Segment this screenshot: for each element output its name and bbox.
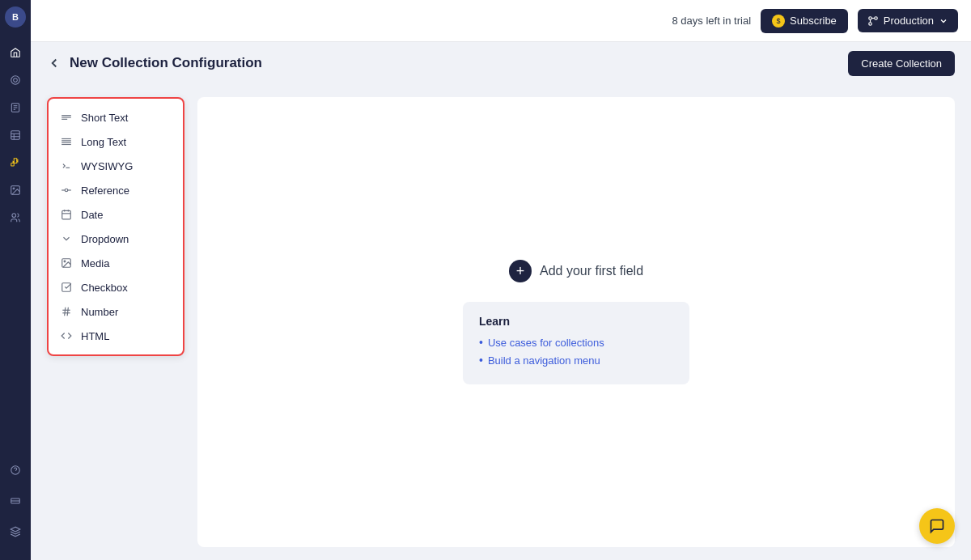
svg-line-44 [65, 308, 66, 316]
date-label: Date [81, 209, 103, 221]
sidebar-item-stack[interactable] [3, 520, 28, 544]
field-type-media[interactable]: Media [49, 251, 183, 275]
svg-point-20 [875, 16, 878, 19]
sidebar-item-table[interactable] [3, 123, 28, 147]
subscribe-button[interactable]: $ Subscribe [761, 9, 848, 33]
learn-card-title: Learn [479, 315, 673, 328]
checkbox-label: Checkbox [81, 282, 128, 294]
avatar-initials: B [12, 12, 19, 22]
svg-point-12 [13, 188, 15, 189]
wysiwyg-label: WYSIWYG [81, 160, 133, 172]
svg-marker-18 [11, 527, 20, 532]
chevron-down-icon [939, 16, 948, 26]
svg-point-14 [11, 466, 20, 475]
svg-point-1 [14, 78, 18, 83]
svg-rect-6 [11, 131, 20, 140]
sidebar-item-users[interactable] [3, 206, 28, 230]
back-button[interactable] [47, 56, 61, 70]
trial-days: 8 [672, 15, 677, 27]
reference-label: Reference [81, 185, 129, 197]
checkbox-icon [60, 281, 73, 294]
production-button[interactable]: Production [858, 9, 958, 32]
svg-point-13 [12, 214, 16, 218]
learn-link-navigation[interactable]: Build a navigation menu [479, 354, 673, 367]
chat-icon [929, 518, 945, 534]
sidebar-item-docs[interactable] [3, 95, 28, 120]
svg-rect-41 [62, 283, 71, 292]
field-type-long-text[interactable]: Long Text [49, 129, 183, 154]
back-icon [47, 56, 61, 70]
dropdown-label: Dropdown [81, 233, 129, 245]
field-type-reference[interactable]: Reference [49, 178, 183, 202]
trial-text: 8 days left in trial [672, 15, 751, 27]
create-collection-button[interactable]: Create Collection [848, 51, 955, 76]
svg-rect-35 [62, 210, 71, 219]
coin-icon: $ [772, 15, 785, 28]
wysiwyg-icon [60, 159, 73, 172]
main-content: 8 days left in trial $ Subscribe Product… [31, 0, 971, 560]
trial-suffix: days left in trial [681, 15, 751, 27]
field-type-date[interactable]: Date [49, 202, 183, 227]
short-text-label: Short Text [81, 112, 128, 124]
svg-line-45 [67, 308, 68, 316]
content-area: Short Text Long Text WYSIWYG Reference [31, 84, 971, 560]
field-type-wysiwyg[interactable]: WYSIWYG [49, 154, 183, 178]
chat-button[interactable] [919, 508, 955, 544]
svg-point-21 [869, 22, 872, 25]
page-title: New Collection Configuration [70, 55, 262, 71]
learn-link-use-cases-label: Use cases for collections [488, 337, 604, 349]
plus-circle-icon: + [509, 260, 532, 282]
production-label: Production [884, 15, 934, 27]
svg-point-32 [65, 189, 68, 192]
topbar: 8 days left in trial $ Subscribe Product… [31, 0, 971, 42]
media-label: Media [81, 257, 109, 269]
field-type-dropdown[interactable]: Dropdown [49, 227, 183, 251]
subscribe-label: Subscribe [790, 15, 837, 27]
sidebar-item-media[interactable] [3, 178, 28, 202]
dropdown-icon [60, 232, 73, 245]
avatar[interactable]: B [5, 6, 26, 28]
left-sidebar: B [0, 0, 31, 560]
learn-card: Learn Use cases for collections Build a … [463, 302, 689, 384]
sidebar-item-badge[interactable] [3, 68, 28, 92]
svg-point-19 [869, 16, 872, 19]
sidebar-item-puzzle[interactable] [3, 151, 28, 175]
html-label: HTML [81, 330, 109, 342]
add-field-label: Add your first field [540, 264, 643, 278]
header-left: New Collection Configuration [47, 55, 262, 71]
editor-area: + Add your first field Learn Use cases f… [197, 97, 955, 547]
field-type-short-text[interactable]: Short Text [49, 105, 183, 129]
number-icon [60, 305, 73, 318]
learn-link-use-cases[interactable]: Use cases for collections [479, 336, 673, 349]
add-field-prompt[interactable]: + Add your first field [509, 260, 643, 282]
field-type-number[interactable]: Number [49, 299, 183, 324]
branch-icon [867, 15, 879, 27]
number-label: Number [81, 306, 118, 318]
field-type-html[interactable]: HTML [49, 324, 183, 348]
date-icon [60, 208, 73, 221]
field-type-checkbox[interactable]: Checkbox [49, 275, 183, 299]
svg-rect-10 [11, 163, 15, 167]
sidebar-item-help[interactable] [3, 458, 28, 482]
media-icon [60, 257, 73, 269]
learn-link-navigation-label: Build a navigation menu [488, 354, 600, 367]
reference-icon [60, 184, 73, 197]
svg-point-0 [11, 76, 20, 85]
sidebar-item-home[interactable] [3, 40, 28, 65]
field-picker-dropdown: Short Text Long Text WYSIWYG Reference [47, 97, 184, 356]
html-icon [60, 329, 73, 342]
svg-point-40 [64, 261, 66, 262]
page-header: New Collection Configuration Create Coll… [31, 42, 971, 84]
short-text-icon [60, 111, 73, 124]
long-text-icon [60, 135, 73, 148]
sidebar-item-layers[interactable] [3, 489, 28, 513]
long-text-label: Long Text [81, 136, 126, 148]
